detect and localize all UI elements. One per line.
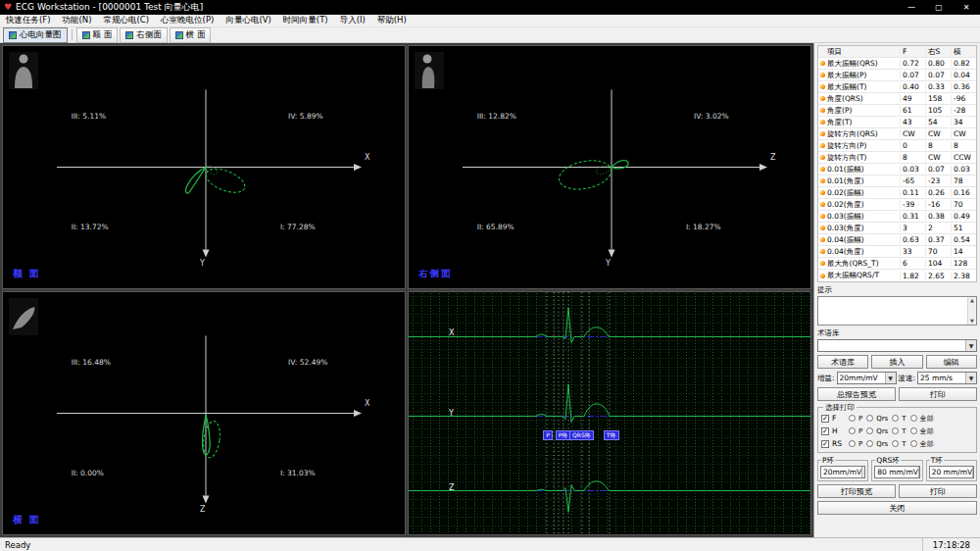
item-bullet-icon <box>820 261 825 266</box>
radio-all[interactable] <box>910 440 917 447</box>
table-row: 0.03(角度)3251 <box>818 223 976 234</box>
chevron-down-icon[interactable]: ▼ <box>918 467 920 477</box>
frontal-quadrant-4: IV: 5.89% <box>288 112 322 121</box>
checkbox-h[interactable]: ✓ <box>821 427 829 435</box>
marker-p[interactable]: P <box>543 430 553 440</box>
right-sagittal-plane-panel: III: 12.82% IV: 3.02% II: 65.89% I: 18.2… <box>408 45 811 289</box>
chevron-down-icon[interactable]: ▼ <box>885 373 896 383</box>
minimize-button[interactable]: — <box>898 0 925 15</box>
item-bullet-icon <box>820 178 825 183</box>
scroll-up-icon[interactable]: ▲ <box>968 297 976 304</box>
menu-vector-ecg[interactable]: 向量心电(V) <box>220 15 276 26</box>
right-sagittal-quadrant-3: III: 12.82% <box>477 112 516 121</box>
tab-horizontal[interactable]: 横 面 <box>170 27 212 43</box>
ecg-workstation-window: ♥ ECG Workstation - [0000001 Test 向量心电] … <box>0 0 980 551</box>
frontal-y-axis-label: Y <box>200 259 205 268</box>
print-button[interactable]: 打印 <box>899 387 977 401</box>
hint-scrollbar[interactable]: ▲ ▼ <box>967 297 976 325</box>
hint-textarea[interactable]: ▲ ▼ <box>817 296 977 326</box>
body-orientation-arm-icon <box>9 298 38 335</box>
terms-dropdown[interactable]: ▼ <box>817 339 977 352</box>
maximize-button[interactable]: ▢ <box>925 0 953 15</box>
table-row: 旋转方向(T)8CWCCW <box>818 152 976 164</box>
p-loop-gain-dropdown[interactable]: 20mm/mV ▼ <box>820 466 865 478</box>
tab-frontal[interactable]: 额 面 <box>76 27 119 43</box>
print-preview-button[interactable]: 打印预览 <box>817 484 896 498</box>
window-title: ECG Workstation - [0000001 Test 向量心电] <box>16 1 894 14</box>
terms-library-button[interactable]: 术语库 <box>817 355 868 369</box>
close-panel-button[interactable]: 关闭 <box>817 501 977 515</box>
menu-time-vector[interactable]: 时间向量(T) <box>277 15 334 26</box>
speed-value: 25 mm/s <box>920 374 953 382</box>
insert-button[interactable]: 插入 <box>871 355 922 369</box>
item-bullet-icon <box>820 190 825 195</box>
tab-horizontal-label: 横 面 <box>186 29 206 41</box>
menu-bar: 快速任务(F) 功能(N) 常规心电(C) 心室晚电位(P) 向量心电(V) 时… <box>0 15 980 27</box>
checkbox-rs[interactable]: ✓ <box>821 440 829 448</box>
radio-t[interactable] <box>892 440 899 447</box>
body-orientation-front-icon <box>9 52 38 89</box>
radio-qrs[interactable] <box>866 427 873 434</box>
frontal-x-axis-label: X <box>365 153 369 162</box>
chevron-down-icon[interactable]: ▼ <box>965 340 976 351</box>
t-loop-group: T环 20 mm/mV ▼ <box>926 460 977 481</box>
frontal-tab-icon <box>82 31 90 39</box>
horizontal-plane-plot <box>3 292 405 534</box>
gain-value: 20mm/mV <box>840 374 878 382</box>
radio-t[interactable] <box>892 415 899 422</box>
horizontal-plane-label: 横 面 <box>13 514 40 526</box>
marker-t-end[interactable]: T终 <box>604 430 619 440</box>
terms-label: 术语库 <box>817 328 977 338</box>
scroll-down-icon[interactable]: ▼ <box>968 318 976 325</box>
checkbox-f[interactable]: ✓ <box>821 415 829 423</box>
item-bullet-icon <box>820 167 825 172</box>
table-row: 0.04(角度)337014 <box>818 246 976 258</box>
report-preview-button[interactable]: 总报告预览 <box>817 387 896 401</box>
qrs-loop-gain-dropdown[interactable]: 80 mm/mV ▼ <box>874 466 919 478</box>
sidebar: 项目 F 右S 横 最大振幅(QRS)0.720.800.82 最大振幅(P)0… <box>813 43 980 537</box>
marker-qrs-end[interactable]: QRS终 <box>569 430 594 440</box>
status-clock: 17:18:28 <box>922 538 980 551</box>
radio-all[interactable] <box>910 427 917 434</box>
chevron-down-icon[interactable]: ▼ <box>861 467 865 477</box>
gain-dropdown[interactable]: 20mm/mV ▼ <box>837 372 897 384</box>
right-sagittal-plot <box>409 46 810 288</box>
table-row: 旋转方向(QRS)CWCWCW <box>818 128 976 140</box>
edit-button[interactable]: 编辑 <box>926 355 977 369</box>
tab-vcg[interactable]: 心电向量图 <box>3 27 68 43</box>
menu-routine-ecg[interactable]: 常规心电(C) <box>98 15 156 26</box>
print-button-2[interactable]: 打印 <box>899 484 977 498</box>
chevron-down-icon[interactable]: ▼ <box>972 467 974 477</box>
t-loop-gain-dropdown[interactable]: 20 mm/mV ▼ <box>929 466 974 478</box>
chevron-down-icon[interactable]: ▼ <box>965 373 976 383</box>
item-bullet-icon <box>820 237 825 242</box>
xyz-waveform-plot <box>409 292 810 534</box>
right-sagittal-quadrant-2: II: 65.89% <box>477 223 514 231</box>
menu-help[interactable]: 帮助(H) <box>371 15 413 26</box>
gain-label: 增益: <box>817 374 835 383</box>
hint-label: 提示 <box>817 285 977 295</box>
radio-p[interactable] <box>849 415 856 422</box>
radio-all[interactable] <box>910 415 917 422</box>
tab-right-sagittal[interactable]: 右侧面 <box>120 27 168 43</box>
item-bullet-icon <box>820 108 825 113</box>
radio-qrs[interactable] <box>866 415 873 422</box>
radio-t[interactable] <box>892 427 899 434</box>
table-row: 0.03(振幅)0.310.380.49 <box>818 211 976 223</box>
item-bullet-icon <box>820 202 825 207</box>
speed-dropdown[interactable]: 25 mm/s ▼ <box>917 372 977 384</box>
menu-function[interactable]: 功能(N) <box>57 15 98 26</box>
speed-label: 波速: <box>899 374 916 383</box>
radio-p[interactable] <box>849 440 856 447</box>
marker-p-end[interactable]: P终 <box>556 430 571 440</box>
menu-late-potential[interactable]: 心室晚电位(P) <box>155 15 220 26</box>
menu-quick-task[interactable]: 快速任务(F) <box>0 15 57 26</box>
item-bullet-icon <box>820 120 825 125</box>
menu-import[interactable]: 导入(I) <box>334 15 371 26</box>
measurement-table: 项目 F 右S 横 最大振幅(QRS)0.720.800.82 最大振幅(P)0… <box>817 45 977 282</box>
frontal-quadrant-1: I: 77.28% <box>280 223 316 231</box>
item-bullet-icon <box>820 225 825 230</box>
radio-p[interactable] <box>849 427 856 434</box>
close-button[interactable]: ✕ <box>953 0 980 15</box>
radio-qrs[interactable] <box>866 440 873 447</box>
